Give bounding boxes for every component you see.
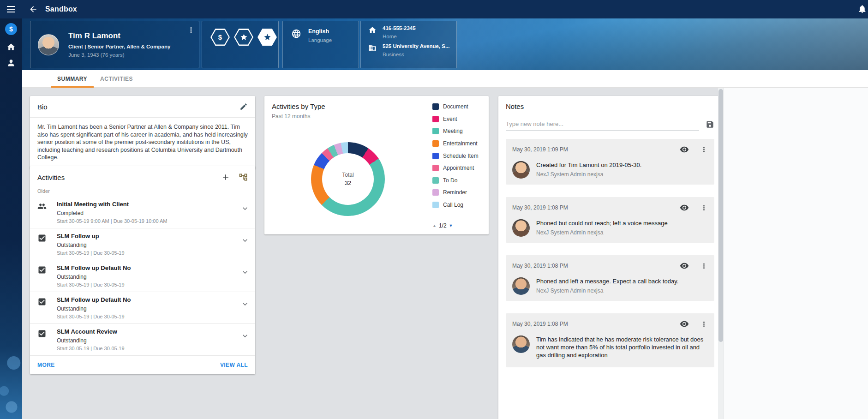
activity-title: SLM Follow up Default No <box>57 264 237 271</box>
profile-card: Tim R Lamont Client | Senior Partner, Al… <box>30 21 199 68</box>
profile-nav-button[interactable] <box>6 58 16 67</box>
legend-next-icon[interactable]: ▼ <box>449 223 453 228</box>
legend-label: Call Log <box>443 202 463 208</box>
notes-title: Notes <box>506 102 524 110</box>
address-label: Business <box>383 52 450 57</box>
legend-label: Appointment <box>443 165 474 171</box>
legend-label: To Do <box>443 177 457 184</box>
tab-summary[interactable]: SUMMARY <box>51 70 94 88</box>
activity-row[interactable]: SLM Follow up Default No Outstanding Sta… <box>30 260 255 292</box>
legend-swatch <box>432 140 439 147</box>
save-note-button[interactable] <box>706 120 714 129</box>
tab-strip: SUMMARY ACTIVITIES <box>22 70 868 88</box>
profile-header: Tim R Lamont Client | Senior Partner, Al… <box>22 18 868 70</box>
note-menu-button[interactable] <box>700 320 708 328</box>
donut-total-value: 32 <box>345 180 351 186</box>
app-root: Sandbox $ Tim R Lamont Client | Senior P… <box>0 0 868 419</box>
contact-avatar <box>38 34 59 55</box>
content-scrollbar[interactable] <box>718 88 724 419</box>
back-button[interactable] <box>29 5 38 14</box>
note-menu-button[interactable] <box>700 262 708 270</box>
note-menu-button[interactable] <box>700 204 708 212</box>
chevron-down-icon[interactable] <box>240 331 250 341</box>
note-author-avatar <box>512 161 530 179</box>
scrollbar-thumb[interactable] <box>718 89 723 342</box>
notifications-button[interactable] <box>857 4 867 14</box>
activity-status: Outstanding <box>57 305 237 312</box>
activities-card: Activities Older <box>30 166 255 374</box>
activity-dates: Start 30-05-19 9:00 AM | Due 30-05-19 10… <box>57 218 237 224</box>
legend-item: To Do <box>432 174 486 187</box>
more-button[interactable]: MORE <box>37 362 55 368</box>
hamburger-icon <box>7 6 15 12</box>
notes-card: Notes May 30, 2019 1:09 PM <box>498 96 722 419</box>
top-bar: Sandbox <box>0 0 868 18</box>
edit-bio-button[interactable] <box>239 102 248 111</box>
legend-label: Document <box>443 103 468 110</box>
note-author-avatar <box>512 219 530 237</box>
note-text: Tim has indicated that he has moderate r… <box>536 335 708 359</box>
bio-card: Bio Mr. Tim Lamont has been a Senior Par… <box>30 96 255 169</box>
new-note-input[interactable] <box>506 118 699 131</box>
donut-chart: Total 32 <box>311 142 385 216</box>
legend-item: Entertainment <box>432 138 486 150</box>
note-author-avatar <box>512 335 530 353</box>
phone-value: 416-555-2345 <box>383 25 416 31</box>
notes-list: May 30, 2019 1:09 PM <box>498 137 722 367</box>
legend-swatch <box>432 128 439 134</box>
profile-menu-button[interactable] <box>187 26 195 34</box>
arrow-back-icon <box>29 5 38 14</box>
home-nav-button[interactable] <box>6 42 16 52</box>
view-note-button[interactable] <box>680 145 689 154</box>
add-activity-button[interactable] <box>221 173 230 182</box>
activity-row[interactable]: Initial Meeting with Client Completed St… <box>30 197 255 228</box>
view-note-button[interactable] <box>680 261 689 270</box>
star-badge[interactable] <box>234 29 253 46</box>
activity-status: Completed <box>57 210 237 216</box>
legend-swatch <box>432 177 439 184</box>
star-seal-icon <box>263 33 271 41</box>
chevron-down-icon[interactable] <box>240 204 250 213</box>
legend-item: Call Log <box>432 199 486 211</box>
tab-activities[interactable]: ACTIVITIES <box>94 70 139 88</box>
dollar-badge[interactable]: $ <box>210 29 230 46</box>
view-note-button[interactable] <box>680 203 689 212</box>
note-author-avatar <box>512 277 530 295</box>
home-icon <box>6 42 16 52</box>
legend-label: Reminder <box>443 189 467 196</box>
legend-prev-icon[interactable]: ▲ <box>432 223 437 228</box>
hierarchy-view-button[interactable] <box>239 173 248 182</box>
seal-star-badge[interactable] <box>257 29 277 46</box>
activity-title: Initial Meeting with Client <box>57 201 237 208</box>
legend-swatch <box>432 103 439 110</box>
dollar-shortcut-button[interactable]: $ <box>5 23 17 35</box>
contact-role: Client | Senior Partner, Allen & Company <box>68 44 170 49</box>
chevron-down-icon[interactable] <box>240 236 250 245</box>
left-rail: $ <box>0 18 22 419</box>
task-check-icon <box>37 233 47 243</box>
menu-button[interactable] <box>0 0 22 18</box>
activity-row[interactable]: SLM Follow up Default No Outstanding Sta… <box>30 292 255 324</box>
view-note-button[interactable] <box>680 319 689 329</box>
sitemap-icon <box>239 173 248 182</box>
task-check-icon <box>37 329 47 338</box>
note-menu-button[interactable] <box>700 146 708 154</box>
task-check-icon <box>37 265 47 275</box>
activities-title: Activities <box>37 174 65 181</box>
save-icon <box>706 120 714 129</box>
activity-row[interactable]: SLM Follow up Outstanding Start 30-05-19… <box>30 228 255 260</box>
chevron-down-icon[interactable] <box>240 299 250 309</box>
view-all-button[interactable]: VIEW ALL <box>220 362 248 368</box>
legend-label: Entertainment <box>443 140 478 147</box>
activity-status: Outstanding <box>57 242 237 248</box>
chart-title: Activities by Type <box>272 102 325 110</box>
chevron-down-icon[interactable] <box>240 268 250 277</box>
legend-swatch <box>432 165 439 171</box>
activity-row[interactable]: SLM Account Review Outstanding Start 30-… <box>30 324 255 356</box>
home-icon <box>368 26 377 39</box>
note-timestamp: May 30, 2019 1:08 PM <box>512 204 680 211</box>
language-value: English <box>308 28 332 35</box>
legend-label: Meeting <box>443 128 463 134</box>
empty-right-pane <box>724 88 868 419</box>
badges-card: $ <box>202 21 279 68</box>
